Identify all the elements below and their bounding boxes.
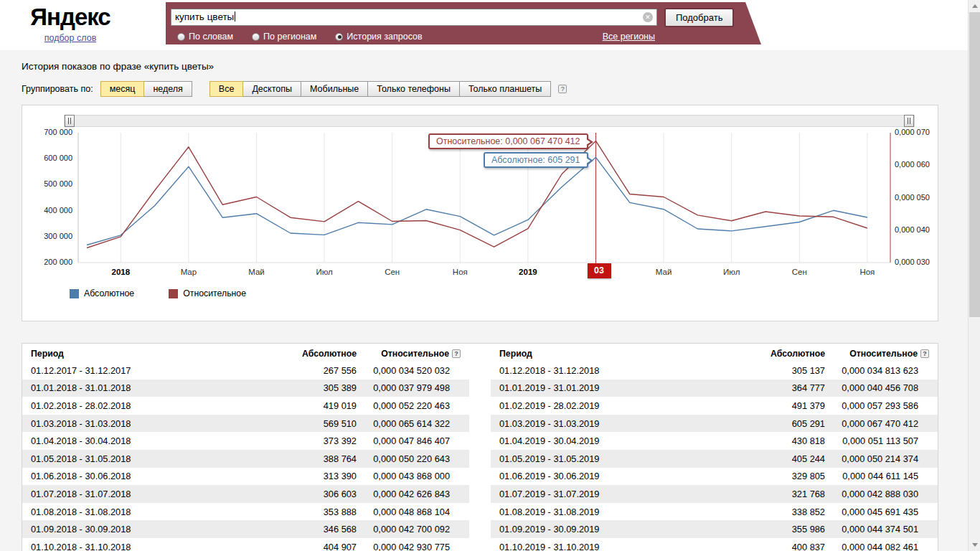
cell-absolute: 305 389 xyxy=(263,382,357,393)
cell-absolute: 400 837 xyxy=(732,542,825,551)
device-tab-2[interactable]: Мобильные xyxy=(301,81,368,97)
cell-absolute: 321 768 xyxy=(732,489,825,499)
cell-period: 01.01.2019 - 31.01.2019 xyxy=(499,382,732,393)
scrollbar[interactable] xyxy=(968,0,980,551)
chart-legend: АбсолютноеОтносительное xyxy=(70,288,246,298)
table-row: 01.06.2018 - 30.06.2018313 3900,000 043 … xyxy=(22,468,469,486)
cell-absolute: 491 379 xyxy=(732,400,825,411)
help-icon[interactable]: ? xyxy=(920,349,929,358)
column-header-absolute: Абсолютное xyxy=(732,349,825,359)
cell-absolute: 346 568 xyxy=(263,524,357,534)
cell-period: 01.06.2018 - 30.06.2018 xyxy=(31,471,263,481)
table-row: 01.12.2018 - 31.12.2018305 1370,000 034 … xyxy=(491,362,938,380)
range-slider-left-handle[interactable] xyxy=(65,115,75,127)
legend-item: Абсолютное xyxy=(70,288,134,298)
cell-absolute: 404 907 xyxy=(263,542,357,551)
tooltip-arrow-inner xyxy=(586,158,590,164)
arrow-down-icon xyxy=(972,543,978,547)
x-axis-tick: Сен xyxy=(774,268,824,276)
scroll-up-button[interactable] xyxy=(969,0,980,12)
range-slider-track[interactable] xyxy=(64,115,915,127)
help-icon[interactable]: ? xyxy=(452,349,461,358)
table-row: 01.03.2019 - 31.03.2019605 2910,000 067 … xyxy=(491,415,938,433)
cell-relative: 0,000 042 700 092 xyxy=(357,524,461,534)
cell-absolute: 569 510 xyxy=(263,418,357,429)
tooltip-arrow-inner xyxy=(586,139,590,145)
group-tab-0[interactable]: месяц xyxy=(100,81,145,97)
radio-icon xyxy=(335,33,343,41)
help-icon[interactable]: ? xyxy=(558,85,567,93)
column-header-relative-label: Относительное xyxy=(849,349,918,359)
cell-absolute: 306 603 xyxy=(263,489,357,499)
mode-tab-0[interactable]: По словам xyxy=(177,32,233,42)
mode-tab-label: По словам xyxy=(189,32,233,42)
column-header-absolute: Абсолютное xyxy=(263,349,357,359)
cell-period: 01.05.2018 - 31.05.2018 xyxy=(31,453,263,464)
page-title: История показов по фразе «купить цветы» xyxy=(22,61,214,72)
scroll-down-button[interactable] xyxy=(969,539,980,551)
cell-period: 01.04.2018 - 30.04.2018 xyxy=(31,435,263,446)
cell-relative: 0,000 050 214 374 xyxy=(825,453,929,464)
table-header-row: ПериодАбсолютноеОтносительное? xyxy=(491,345,938,362)
device-tab-1[interactable]: Десктопы xyxy=(242,81,301,97)
mode-tab-2[interactable]: История запросов xyxy=(335,32,422,42)
cell-absolute: 388 764 xyxy=(263,453,357,464)
group-tab-1[interactable]: неделя xyxy=(143,81,192,97)
table-left: ПериодАбсолютноеОтносительное?01.12.2017… xyxy=(22,345,469,551)
cell-period: 01.02.2019 - 28.02.2019 xyxy=(499,400,732,411)
x-axis-tick: Май xyxy=(232,268,282,276)
chart-tooltip-absolute: Абсолютное: 605 291 xyxy=(484,152,588,168)
chart-area: Относительное: 0,000 067 470 412 Абсолют… xyxy=(22,105,938,321)
all-regions-link[interactable]: Все регионы xyxy=(603,32,655,42)
clear-search-icon[interactable]: ✕ xyxy=(643,12,653,22)
cell-relative: 0,000 044 611 145 xyxy=(825,471,929,481)
y-axis-tick-left: 200 000 xyxy=(35,258,72,266)
cell-period: 01.02.2018 - 28.02.2018 xyxy=(31,400,263,411)
legend-item: Относительное xyxy=(169,288,246,298)
table-row: 01.08.2018 - 31.08.2018353 8880,000 048 … xyxy=(22,503,469,521)
cell-relative: 0,000 057 293 586 xyxy=(825,400,929,411)
y-axis-tick-left: 700 000 xyxy=(35,128,72,136)
column-header-relative-label: Относительное xyxy=(381,349,449,359)
mode-tab-label: История запросов xyxy=(347,32,422,42)
table-row: 01.02.2019 - 28.02.2019491 3790,000 057 … xyxy=(491,397,938,415)
search-input[interactable]: купить цветы✕ xyxy=(171,9,657,26)
cell-relative: 0,000 044 374 501 xyxy=(825,524,929,534)
range-slider-right-handle[interactable] xyxy=(904,115,914,127)
table-header-row: ПериодАбсолютноеОтносительное? xyxy=(22,345,469,362)
mode-tab-1[interactable]: По регионам xyxy=(252,32,316,42)
cell-period: 01.01.2018 - 31.01.2018 xyxy=(31,382,263,393)
scrollbar-thumb[interactable] xyxy=(969,12,980,317)
mode-tab-label: По регионам xyxy=(263,32,316,42)
table-row: 01.06.2019 - 30.06.2019329 8050,000 044 … xyxy=(491,468,938,486)
yandex-logo[interactable]: Яндекс xyxy=(20,4,121,31)
cell-absolute: 305 137 xyxy=(732,365,825,376)
cell-relative: 0,000 051 113 507 xyxy=(825,435,929,446)
cell-period: 01.08.2018 - 31.08.2018 xyxy=(31,507,263,517)
cell-relative: 0,000 045 691 435 xyxy=(825,507,929,517)
device-tab-3[interactable]: Только телефоны xyxy=(367,81,460,97)
table-row: 01.07.2019 - 31.07.2019321 7680,000 042 … xyxy=(491,485,938,503)
radio-icon xyxy=(252,33,260,41)
cell-period: 01.10.2018 - 31.10.2018 xyxy=(31,542,263,551)
cell-relative: 0,000 047 846 407 xyxy=(357,435,461,446)
history-tables: ПериодАбсолютноеОтносительное?01.12.2017… xyxy=(22,343,938,551)
cell-period: 01.12.2018 - 31.12.2018 xyxy=(499,365,732,376)
cell-absolute: 338 852 xyxy=(732,507,825,517)
cell-period: 01.07.2019 - 31.07.2019 xyxy=(499,489,732,499)
device-tab-4[interactable]: Только планшеты xyxy=(459,81,551,97)
x-axis-tick: Ноя xyxy=(435,268,485,276)
grip-icon xyxy=(68,118,71,124)
wordstat-home-link[interactable]: подбор слов xyxy=(44,33,97,43)
cell-relative: 0,000 048 868 104 xyxy=(357,507,461,517)
cell-relative: 0,000 040 456 708 xyxy=(825,382,929,393)
chart-panel: Относительное: 0,000 067 470 412 Абсолют… xyxy=(22,105,938,321)
column-header-relative: Относительное? xyxy=(825,349,929,359)
y-axis-tick-right: 0,000 050 xyxy=(895,193,938,202)
x-axis-tick: Июл xyxy=(707,268,757,276)
submit-button[interactable]: Подобрать xyxy=(664,8,734,27)
x-axis-tick: 2019 xyxy=(503,268,553,276)
device-tab-0[interactable]: Все xyxy=(209,81,244,97)
cell-period: 01.10.2019 - 31.10.2019 xyxy=(499,542,732,551)
table-row: 01.01.2018 - 31.01.2018305 3890,000 037 … xyxy=(22,380,469,397)
